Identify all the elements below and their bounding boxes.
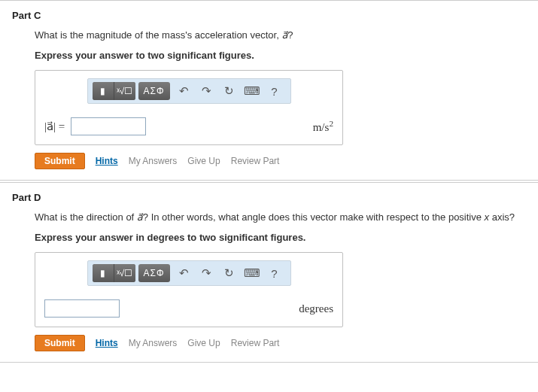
template-button[interactable]: ▮ <box>93 264 114 282</box>
action-row: Submit Hints My Answers Give Up Review P… <box>35 153 526 169</box>
question-post: ? <box>287 29 293 41</box>
question-text: What is the direction of a⃗? In other wo… <box>35 211 526 224</box>
part-header: Part D <box>0 189 538 208</box>
reset-button[interactable]: ↻ <box>218 264 241 282</box>
redo-button[interactable]: ↷ <box>196 264 218 282</box>
my-answers-link[interactable]: My Answers <box>129 156 178 166</box>
hints-link[interactable]: Hints <box>96 338 118 348</box>
greek-button[interactable]: AΣΦ <box>138 82 170 100</box>
question-pre: What is the magnitude of the mass's acce… <box>35 29 281 41</box>
keyboard-button[interactable]: ⌨ <box>241 264 263 282</box>
answer-input[interactable] <box>44 299 120 318</box>
instruction: Express your answer to two significant f… <box>35 50 526 61</box>
part-body: What is the magnitude of the mass's acce… <box>0 29 538 169</box>
tool-cluster-greek: AΣΦ <box>138 264 170 282</box>
question-pre: What is the direction of <box>35 211 137 223</box>
answer-units: degrees <box>299 302 333 315</box>
answer-box: ▮ ᵡ√☐ AΣΦ ↶ ↷ ↻ ⌨ ? |a⃗| = m/s2 <box>35 70 343 145</box>
answer-units: m/s2 <box>313 119 333 134</box>
xroot-button[interactable]: ᵡ√☐ <box>114 264 135 282</box>
tool-cluster-greek: AΣΦ <box>138 82 170 100</box>
help-button[interactable]: ? <box>263 264 286 282</box>
answer-line: |a⃗| = m/s2 <box>44 117 333 135</box>
instruction: Express your answer in degrees to two si… <box>35 232 526 243</box>
give-up-link[interactable]: Give Up <box>187 156 220 166</box>
equation-toolbar: ▮ ᵡ√☐ AΣΦ ↶ ↷ ↻ ⌨ ? <box>87 260 291 286</box>
hints-link[interactable]: Hints <box>96 156 118 166</box>
help-button[interactable]: ? <box>263 82 286 100</box>
tool-cluster-templates: ▮ ᵡ√☐ <box>93 82 135 100</box>
question-post: ? In other words, what angle does this v… <box>143 211 485 223</box>
part-d: Part D What is the direction of a⃗? In o… <box>0 182 538 363</box>
reset-button[interactable]: ↻ <box>218 82 241 100</box>
equation-toolbar: ▮ ᵡ√☐ AΣΦ ↶ ↷ ↻ ⌨ ? <box>87 78 291 104</box>
undo-button[interactable]: ↶ <box>173 264 196 282</box>
greek-button[interactable]: AΣΦ <box>138 264 170 282</box>
undo-button[interactable]: ↶ <box>173 82 196 100</box>
part-header: Part C <box>0 7 538 26</box>
answer-lhs: |a⃗| = <box>44 120 65 133</box>
xroot-button[interactable]: ᵡ√☐ <box>114 82 135 100</box>
action-row: Submit Hints My Answers Give Up Review P… <box>35 335 526 351</box>
review-part-link[interactable]: Review Part <box>231 156 280 166</box>
review-part-link[interactable]: Review Part <box>231 338 280 348</box>
part-body: What is the direction of a⃗? In other wo… <box>0 211 538 351</box>
answer-line: degrees <box>44 299 333 318</box>
redo-button[interactable]: ↷ <box>196 82 218 100</box>
part-c: Part C What is the magnitude of the mass… <box>0 0 538 181</box>
keyboard-button[interactable]: ⌨ <box>241 82 263 100</box>
template-button[interactable]: ▮ <box>93 82 114 100</box>
answer-input[interactable] <box>71 117 146 135</box>
question-text: What is the magnitude of the mass's acce… <box>35 29 526 42</box>
answer-box: ▮ ᵡ√☐ AΣΦ ↶ ↷ ↻ ⌨ ? degrees <box>35 252 343 327</box>
question-tail: axis? <box>489 211 515 223</box>
submit-button[interactable]: Submit <box>35 153 85 169</box>
submit-button[interactable]: Submit <box>35 335 85 351</box>
my-answers-link[interactable]: My Answers <box>129 338 178 348</box>
vector-symbol: a⃗ <box>137 211 143 223</box>
give-up-link[interactable]: Give Up <box>187 338 220 348</box>
tool-cluster-templates: ▮ ᵡ√☐ <box>93 264 135 282</box>
